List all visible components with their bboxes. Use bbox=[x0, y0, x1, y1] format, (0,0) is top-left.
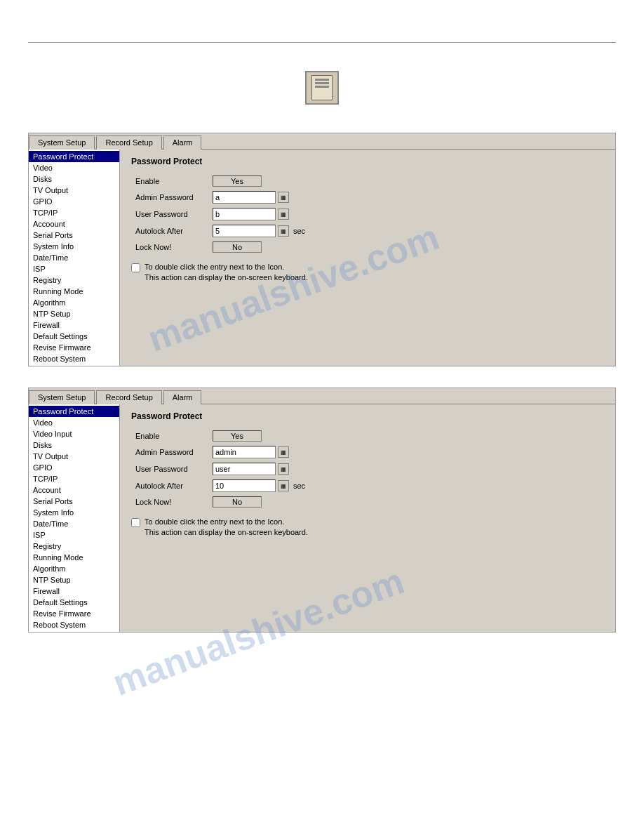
value-autolock-1: ▦ sec bbox=[208, 223, 309, 239]
notice-text-2: To double click the entry next to the Ic… bbox=[145, 517, 308, 538]
value-adminpw-2: ▦ bbox=[208, 444, 309, 461]
sidebar-item-isp-1[interactable]: ISP bbox=[29, 263, 119, 274]
form-table-1: Enable Yes Admin Password ▦ bbox=[131, 173, 309, 255]
userpw-btn-2[interactable]: ▦ bbox=[278, 463, 289, 475]
userpw-input-2[interactable] bbox=[213, 463, 276, 475]
sidebar-item-account-2[interactable]: Account bbox=[29, 484, 119, 496]
bottom-space bbox=[0, 633, 644, 675]
notice-area-2: To double click the entry next to the Ic… bbox=[131, 517, 604, 538]
sidebar-item-firewall-1[interactable]: Firewall bbox=[29, 319, 119, 331]
notice-text-1: To double click the entry next to the Ic… bbox=[145, 262, 308, 284]
sidebar-item-gpio-2[interactable]: GPIO bbox=[29, 462, 119, 473]
sidebar-item-tvoutput-1[interactable]: TV Output bbox=[29, 185, 119, 196]
value-enable-2: Yes bbox=[208, 428, 309, 444]
enable-yes-button-2[interactable]: Yes bbox=[213, 430, 262, 442]
adminpw-btn-2[interactable]: ▦ bbox=[278, 446, 289, 458]
tab-system-setup-2[interactable]: System Setup bbox=[29, 390, 95, 404]
sidebar-item-defaultsettings-2[interactable]: Default Settings bbox=[29, 597, 119, 608]
field-autolock-1: Autolock After ▦ sec bbox=[131, 223, 309, 239]
tab-alarm-2[interactable]: Alarm bbox=[163, 390, 202, 404]
adminpw-input-2[interactable] bbox=[213, 446, 276, 458]
locknow-no-button-1[interactable]: No bbox=[213, 241, 262, 253]
sidebar-item-password-protect-1[interactable]: Password Protect bbox=[29, 151, 119, 162]
label-enable-2: Enable bbox=[131, 428, 208, 444]
field-adminpw-2: Admin Password ▦ bbox=[131, 444, 309, 461]
notice-area-1: To double click the entry next to the Ic… bbox=[131, 262, 604, 284]
tab-record-setup-2[interactable]: Record Setup bbox=[96, 390, 161, 404]
sidebar-item-gpio-1[interactable]: GPIO bbox=[29, 196, 119, 207]
field-locknow-1: Lock Now! No bbox=[131, 239, 309, 255]
content-title-2: Password Protect bbox=[131, 411, 604, 421]
sidebar-item-serialports-1[interactable]: Serial Ports bbox=[29, 230, 119, 241]
field-userpw-2: User Password ▦ bbox=[131, 461, 309, 477]
locknow-no-button-2[interactable]: No bbox=[213, 496, 262, 508]
sidebar-item-registry-2[interactable]: Registry bbox=[29, 541, 119, 552]
autolock-input-2[interactable] bbox=[213, 479, 276, 492]
enable-yes-button-1[interactable]: Yes bbox=[213, 176, 262, 187]
sidebar-item-algorithm-1[interactable]: Algorithm bbox=[29, 297, 119, 308]
value-userpw-1: ▦ bbox=[208, 206, 309, 223]
sidebar-item-tcpip-2[interactable]: TCP/IP bbox=[29, 473, 119, 484]
notice-checkbox-2[interactable] bbox=[131, 518, 140, 527]
sidebar-item-revisefirmware-1[interactable]: Revise Firmware bbox=[29, 342, 119, 353]
sidebar-item-algorithm-2[interactable]: Algorithm bbox=[29, 563, 119, 574]
panel-body-2: Password Protect Video Video Input Disks… bbox=[29, 404, 615, 632]
label-locknow-1: Lock Now! bbox=[131, 239, 208, 255]
sidebar-item-runningmode-1[interactable]: Running Mode bbox=[29, 286, 119, 297]
label-userpw-2: User Password bbox=[131, 461, 208, 477]
sidebar-item-rebootsystem-1[interactable]: Reboot System bbox=[29, 353, 119, 364]
sidebar-item-registry-1[interactable]: Registry bbox=[29, 274, 119, 286]
sidebar-item-serialports-2[interactable]: Serial Ports bbox=[29, 496, 119, 507]
sec-label-2: sec bbox=[293, 482, 305, 490]
tab-alarm-1[interactable]: Alarm bbox=[163, 135, 202, 150]
content-area-1: Password Protect Enable Yes Admin Passwo… bbox=[120, 150, 615, 366]
sidebar-item-account-1[interactable]: Accoount bbox=[29, 218, 119, 230]
tab-bar-2: System Setup Record Setup Alarm bbox=[29, 388, 615, 404]
field-adminpw-1: Admin Password ▦ bbox=[131, 189, 309, 206]
top-divider bbox=[28, 42, 616, 43]
label-autolock-1: Autolock After bbox=[131, 223, 208, 239]
sidebar-item-systeminfo-1[interactable]: System Info bbox=[29, 241, 119, 252]
field-enable-1: Enable Yes bbox=[131, 173, 309, 189]
adminpw-btn-1[interactable]: ▦ bbox=[278, 192, 289, 203]
autolock-btn-2[interactable]: ▦ bbox=[278, 480, 289, 491]
sidebar-item-defaultsettings-1[interactable]: Default Settings bbox=[29, 331, 119, 342]
userpw-btn-1[interactable]: ▦ bbox=[278, 208, 289, 220]
panel-2: System Setup Record Setup Alarm Password… bbox=[28, 388, 616, 633]
tab-bar-1: System Setup Record Setup Alarm bbox=[29, 133, 615, 150]
sidebar-item-videoinput-2[interactable]: Video Input bbox=[29, 428, 119, 439]
sidebar-item-rebootsystem-2[interactable]: Reboot System bbox=[29, 619, 119, 630]
panel-body-1: Password Protect Video Disks TV Output G… bbox=[29, 150, 615, 366]
adminpw-input-1[interactable] bbox=[213, 191, 276, 204]
app-icon bbox=[305, 71, 339, 105]
sidebar-item-disks-2[interactable]: Disks bbox=[29, 439, 119, 451]
autolock-input-1[interactable] bbox=[213, 225, 276, 237]
label-enable-1: Enable bbox=[131, 173, 208, 189]
label-userpw-1: User Password bbox=[131, 206, 208, 223]
sidebar-item-ntpsetup-1[interactable]: NTP Setup bbox=[29, 308, 119, 319]
sidebar-item-systeminfo-2[interactable]: System Info bbox=[29, 507, 119, 518]
sidebar-item-datetime-2[interactable]: Date/Time bbox=[29, 518, 119, 529]
field-userpw-1: User Password ▦ bbox=[131, 206, 309, 223]
sec-label-1: sec bbox=[293, 227, 305, 235]
userpw-input-1[interactable] bbox=[213, 208, 276, 220]
sidebar-item-datetime-1[interactable]: Date/Time bbox=[29, 252, 119, 263]
label-adminpw-1: Admin Password bbox=[131, 189, 208, 206]
sidebar-item-ntpsetup-2[interactable]: NTP Setup bbox=[29, 574, 119, 585]
autolock-btn-1[interactable]: ▦ bbox=[278, 225, 289, 237]
sidebar-item-isp-2[interactable]: ISP bbox=[29, 529, 119, 541]
sidebar-item-firewall-2[interactable]: Firewall bbox=[29, 585, 119, 597]
tab-record-setup-1[interactable]: Record Setup bbox=[96, 135, 161, 150]
field-locknow-2: Lock Now! No bbox=[131, 494, 309, 510]
icon-area bbox=[0, 71, 644, 105]
sidebar-item-disks-1[interactable]: Disks bbox=[29, 173, 119, 185]
tab-system-setup-1[interactable]: System Setup bbox=[29, 135, 95, 150]
sidebar-item-video-2[interactable]: Video bbox=[29, 417, 119, 428]
sidebar-item-runningmode-2[interactable]: Running Mode bbox=[29, 552, 119, 563]
sidebar-item-revisefirmware-2[interactable]: Revise Firmware bbox=[29, 608, 119, 619]
sidebar-item-password-protect-2[interactable]: Password Protect bbox=[29, 406, 119, 417]
sidebar-item-video-1[interactable]: Video bbox=[29, 162, 119, 173]
sidebar-item-tcpip-1[interactable]: TCP/IP bbox=[29, 207, 119, 218]
notice-checkbox-1[interactable] bbox=[131, 263, 140, 272]
sidebar-item-tvoutput-2[interactable]: TV Output bbox=[29, 451, 119, 462]
